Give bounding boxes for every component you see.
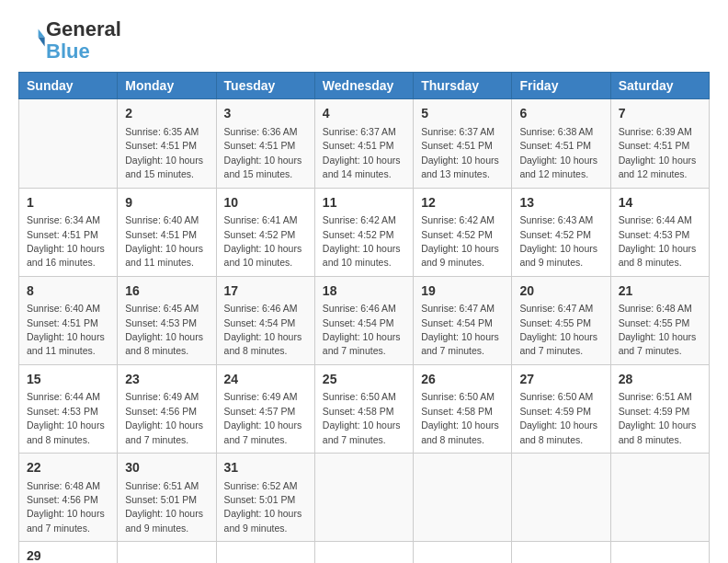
day-number: 28 (619, 371, 701, 389)
day-info: Sunrise: 6:39 AMSunset: 4:51 PMDaylight:… (619, 126, 697, 179)
day-info: Sunrise: 6:50 AMSunset: 4:58 PMDaylight:… (323, 391, 401, 444)
calendar-cell: 15Sunrise: 6:44 AMSunset: 4:53 PMDayligh… (19, 364, 118, 453)
day-number: 26 (421, 371, 504, 389)
day-number: 14 (619, 194, 701, 213)
calendar-cell: 16Sunrise: 6:45 AMSunset: 4:53 PMDayligh… (118, 276, 216, 364)
day-number: 31 (224, 459, 307, 477)
calendar-cell (610, 542, 709, 563)
day-number: 17 (224, 282, 307, 301)
day-number: 11 (323, 194, 405, 213)
day-number: 12 (421, 194, 504, 213)
calendar-cell: 11Sunrise: 6:42 AMSunset: 4:52 PMDayligh… (314, 188, 413, 276)
day-number: 27 (519, 371, 602, 389)
calendar-cell: 21Sunrise: 6:48 AMSunset: 4:55 PMDayligh… (610, 276, 709, 364)
day-info: Sunrise: 6:51 AMSunset: 4:59 PMDaylight:… (619, 391, 697, 444)
page-header: General Blue (18, 18, 710, 63)
day-info: Sunrise: 6:50 AMSunset: 4:58 PMDaylight:… (421, 391, 499, 444)
day-info: Sunrise: 6:48 AMSunset: 4:56 PMDaylight:… (27, 480, 105, 534)
day-info: Sunrise: 6:51 AMSunset: 5:01 PMDaylight:… (125, 480, 203, 534)
calendar-cell: 2Sunrise: 6:35 AMSunset: 4:51 PMDaylight… (118, 99, 216, 188)
day-info: Sunrise: 6:46 AMSunset: 4:54 PMDaylight:… (323, 303, 401, 356)
day-number: 22 (27, 459, 109, 477)
day-info: Sunrise: 6:37 AMSunset: 4:51 PMDaylight:… (421, 126, 499, 179)
calendar-cell: 30Sunrise: 6:51 AMSunset: 5:01 PMDayligh… (118, 454, 216, 542)
day-number: 1 (27, 194, 109, 213)
calendar-cell: 10Sunrise: 6:41 AMSunset: 4:52 PMDayligh… (216, 188, 314, 276)
day-info: Sunrise: 6:44 AMSunset: 4:53 PMDaylight:… (619, 214, 697, 268)
column-header-friday: Friday (512, 73, 610, 99)
calendar-cell (414, 542, 512, 563)
calendar-cell: 12Sunrise: 6:42 AMSunset: 4:52 PMDayligh… (414, 188, 512, 276)
day-number: 20 (519, 282, 602, 301)
day-info: Sunrise: 6:49 AMSunset: 4:57 PMDaylight:… (224, 391, 302, 444)
calendar-cell (19, 99, 118, 188)
day-info: Sunrise: 6:41 AMSunset: 4:52 PMDaylight:… (224, 214, 302, 268)
calendar-table: SundayMondayTuesdayWednesdayThursdayFrid… (18, 72, 710, 563)
day-number: 8 (27, 282, 109, 301)
column-header-wednesday: Wednesday (314, 73, 413, 99)
calendar-cell: 25Sunrise: 6:50 AMSunset: 4:58 PMDayligh… (314, 364, 413, 453)
calendar-cell: 6Sunrise: 6:38 AMSunset: 4:51 PMDaylight… (512, 99, 610, 188)
calendar-cell (216, 542, 314, 563)
day-info: Sunrise: 6:47 AMSunset: 4:54 PMDaylight:… (421, 303, 499, 356)
calendar-cell: 27Sunrise: 6:50 AMSunset: 4:59 PMDayligh… (512, 364, 610, 453)
svg-marker-1 (39, 38, 45, 47)
calendar-cell (314, 542, 413, 563)
day-info: Sunrise: 6:44 AMSunset: 4:53 PMDaylight:… (27, 391, 105, 444)
calendar-cell (512, 454, 610, 542)
calendar-cell: 23Sunrise: 6:49 AMSunset: 4:56 PMDayligh… (118, 364, 216, 453)
day-number: 10 (224, 194, 307, 213)
day-info: Sunrise: 6:50 AMSunset: 4:59 PMDaylight:… (519, 391, 597, 444)
logo-icon (20, 26, 46, 52)
day-info: Sunrise: 6:34 AMSunset: 4:51 PMDaylight:… (27, 214, 105, 268)
calendar-cell: 31Sunrise: 6:52 AMSunset: 5:01 PMDayligh… (216, 454, 314, 542)
day-number: 24 (224, 371, 307, 389)
calendar-cell: 17Sunrise: 6:46 AMSunset: 4:54 PMDayligh… (216, 276, 314, 364)
calendar-cell (512, 542, 610, 563)
day-number: 29 (27, 547, 109, 563)
day-info: Sunrise: 6:37 AMSunset: 4:51 PMDaylight:… (323, 126, 401, 179)
calendar-cell: 13Sunrise: 6:43 AMSunset: 4:52 PMDayligh… (512, 188, 610, 276)
calendar-cell: 1Sunrise: 6:34 AMSunset: 4:51 PMDaylight… (19, 188, 118, 276)
calendar-cell: 29Sunrise: 6:51 AMSunset: 5:00 PMDayligh… (19, 542, 118, 563)
day-number: 6 (519, 105, 602, 123)
day-number: 21 (619, 282, 701, 301)
calendar-cell: 24Sunrise: 6:49 AMSunset: 4:57 PMDayligh… (216, 364, 314, 453)
calendar-cell: 4Sunrise: 6:37 AMSunset: 4:51 PMDaylight… (314, 99, 413, 188)
calendar-cell: 20Sunrise: 6:47 AMSunset: 4:55 PMDayligh… (512, 276, 610, 364)
day-info: Sunrise: 6:46 AMSunset: 4:54 PMDaylight:… (224, 303, 302, 356)
calendar-cell: 19Sunrise: 6:47 AMSunset: 4:54 PMDayligh… (414, 276, 512, 364)
calendar-cell: 7Sunrise: 6:39 AMSunset: 4:51 PMDaylight… (610, 99, 709, 188)
day-number: 23 (125, 371, 208, 389)
logo-text: General Blue (46, 18, 121, 63)
day-info: Sunrise: 6:42 AMSunset: 4:52 PMDaylight:… (421, 214, 499, 268)
day-number: 9 (125, 194, 208, 213)
calendar-cell: 14Sunrise: 6:44 AMSunset: 4:53 PMDayligh… (610, 188, 709, 276)
day-info: Sunrise: 6:35 AMSunset: 4:51 PMDaylight:… (125, 126, 203, 179)
svg-marker-0 (39, 29, 45, 38)
day-number: 3 (224, 105, 307, 123)
day-info: Sunrise: 6:43 AMSunset: 4:52 PMDaylight:… (519, 214, 597, 268)
column-header-saturday: Saturday (610, 73, 709, 99)
day-number: 19 (421, 282, 504, 301)
day-number: 5 (421, 105, 504, 123)
day-info: Sunrise: 6:36 AMSunset: 4:51 PMDaylight:… (224, 126, 302, 179)
day-number: 25 (323, 371, 405, 389)
day-number: 4 (323, 105, 405, 123)
day-info: Sunrise: 6:38 AMSunset: 4:51 PMDaylight:… (519, 126, 597, 179)
day-info: Sunrise: 6:45 AMSunset: 4:53 PMDaylight:… (125, 303, 203, 356)
calendar-cell: 22Sunrise: 6:48 AMSunset: 4:56 PMDayligh… (19, 454, 118, 542)
calendar-cell (314, 454, 413, 542)
calendar-cell: 9Sunrise: 6:40 AMSunset: 4:51 PMDaylight… (118, 188, 216, 276)
day-info: Sunrise: 6:49 AMSunset: 4:56 PMDaylight:… (125, 391, 203, 444)
column-header-tuesday: Tuesday (216, 73, 314, 99)
day-info: Sunrise: 6:48 AMSunset: 4:55 PMDaylight:… (619, 303, 697, 356)
calendar-cell: 18Sunrise: 6:46 AMSunset: 4:54 PMDayligh… (314, 276, 413, 364)
calendar-cell: 3Sunrise: 6:36 AMSunset: 4:51 PMDaylight… (216, 99, 314, 188)
day-number: 7 (619, 105, 701, 123)
day-info: Sunrise: 6:40 AMSunset: 4:51 PMDaylight:… (125, 214, 203, 268)
day-info: Sunrise: 6:47 AMSunset: 4:55 PMDaylight:… (519, 303, 597, 356)
calendar-cell (118, 542, 216, 563)
day-number: 2 (125, 105, 208, 123)
calendar-cell (610, 454, 709, 542)
